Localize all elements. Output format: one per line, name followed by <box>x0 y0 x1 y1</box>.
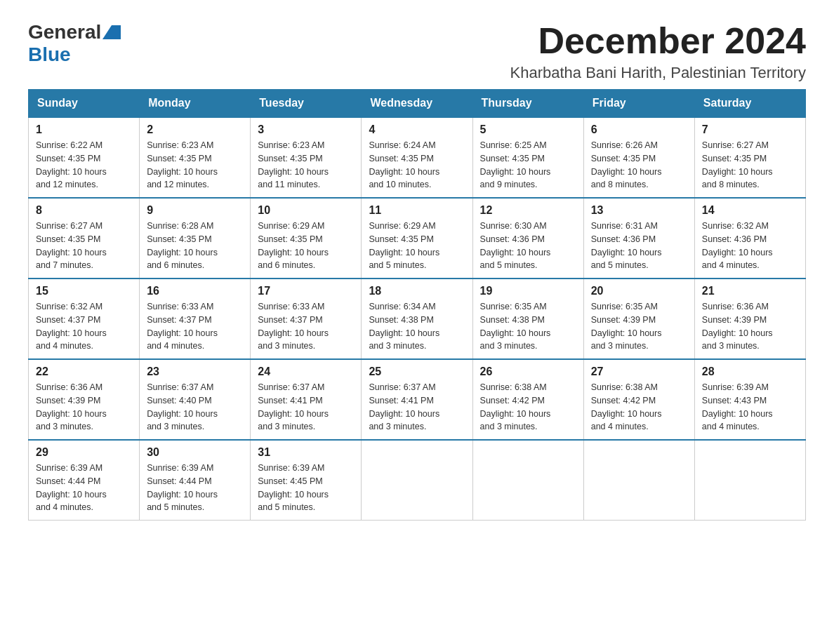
day-number: 11 <box>369 204 465 217</box>
day-number: 17 <box>258 285 354 297</box>
day-number: 24 <box>258 365 354 378</box>
calendar-cell: 20 Sunrise: 6:35 AM Sunset: 4:39 PM Dayl… <box>583 279 694 359</box>
day-info: Sunrise: 6:35 AM Sunset: 4:39 PM Dayligh… <box>591 300 687 353</box>
day-info: Sunrise: 6:29 AM Sunset: 4:35 PM Dayligh… <box>369 220 465 272</box>
day-number: 27 <box>591 365 687 378</box>
day-info: Sunrise: 6:39 AM Sunset: 4:43 PM Dayligh… <box>702 381 798 434</box>
weekday-header-saturday: Saturday <box>694 90 805 118</box>
day-number: 12 <box>480 204 576 217</box>
day-number: 20 <box>591 285 687 297</box>
day-number: 4 <box>369 123 465 136</box>
day-number: 10 <box>258 204 354 217</box>
calendar-cell: 28 Sunrise: 6:39 AM Sunset: 4:43 PM Dayl… <box>694 359 805 440</box>
day-info: Sunrise: 6:22 AM Sunset: 4:35 PM Dayligh… <box>36 139 132 192</box>
calendar-cell: 5 Sunrise: 6:25 AM Sunset: 4:35 PM Dayli… <box>472 117 583 198</box>
calendar-cell: 18 Sunrise: 6:34 AM Sunset: 4:38 PM Dayl… <box>362 279 472 359</box>
day-info: Sunrise: 6:38 AM Sunset: 4:42 PM Dayligh… <box>480 381 576 434</box>
day-info: Sunrise: 6:23 AM Sunset: 4:35 PM Dayligh… <box>258 139 354 192</box>
weekday-header-monday: Monday <box>140 90 251 118</box>
day-info: Sunrise: 6:37 AM Sunset: 4:41 PM Dayligh… <box>258 381 354 434</box>
calendar-table: SundayMondayTuesdayWednesdayThursdayFrid… <box>28 89 806 521</box>
calendar-cell: 22 Sunrise: 6:36 AM Sunset: 4:39 PM Dayl… <box>29 359 140 440</box>
month-title: December 2024 <box>510 21 806 61</box>
day-number: 21 <box>702 285 798 297</box>
calendar-cell: 13 Sunrise: 6:31 AM Sunset: 4:36 PM Dayl… <box>583 198 694 279</box>
day-info: Sunrise: 6:37 AM Sunset: 4:41 PM Dayligh… <box>369 381 465 434</box>
day-number: 22 <box>36 365 132 378</box>
day-info: Sunrise: 6:23 AM Sunset: 4:35 PM Dayligh… <box>147 139 243 192</box>
day-info: Sunrise: 6:39 AM Sunset: 4:45 PM Dayligh… <box>258 462 354 514</box>
title-block: December 2024 Kharbatha Bani Harith, Pal… <box>510 21 806 82</box>
calendar-cell: 6 Sunrise: 6:26 AM Sunset: 4:35 PM Dayli… <box>583 117 694 198</box>
day-number: 1 <box>36 123 132 136</box>
day-number: 8 <box>36 204 132 217</box>
location-title: Kharbatha Bani Harith, Palestinian Terri… <box>510 64 806 82</box>
day-info: Sunrise: 6:30 AM Sunset: 4:36 PM Dayligh… <box>480 220 576 272</box>
day-info: Sunrise: 6:36 AM Sunset: 4:39 PM Dayligh… <box>36 381 132 434</box>
day-info: Sunrise: 6:39 AM Sunset: 4:44 PM Dayligh… <box>36 462 132 514</box>
calendar-cell: 16 Sunrise: 6:33 AM Sunset: 4:37 PM Dayl… <box>140 279 251 359</box>
calendar-body: 1 Sunrise: 6:22 AM Sunset: 4:35 PM Dayli… <box>29 117 806 521</box>
day-number: 5 <box>480 123 576 136</box>
calendar-cell: 1 Sunrise: 6:22 AM Sunset: 4:35 PM Dayli… <box>29 117 140 198</box>
calendar-cell: 10 Sunrise: 6:29 AM Sunset: 4:35 PM Dayl… <box>251 198 362 279</box>
calendar-cell: 4 Sunrise: 6:24 AM Sunset: 4:35 PM Dayli… <box>362 117 472 198</box>
day-info: Sunrise: 6:29 AM Sunset: 4:35 PM Dayligh… <box>258 220 354 272</box>
calendar-cell <box>362 440 472 521</box>
day-info: Sunrise: 6:25 AM Sunset: 4:35 PM Dayligh… <box>480 139 576 192</box>
weekday-header-friday: Friday <box>583 90 694 118</box>
calendar-cell: 19 Sunrise: 6:35 AM Sunset: 4:38 PM Dayl… <box>472 279 583 359</box>
calendar-week-5: 29 Sunrise: 6:39 AM Sunset: 4:44 PM Dayl… <box>29 440 806 521</box>
day-number: 25 <box>369 365 465 378</box>
calendar-week-2: 8 Sunrise: 6:27 AM Sunset: 4:35 PM Dayli… <box>29 198 806 279</box>
calendar-cell: 3 Sunrise: 6:23 AM Sunset: 4:35 PM Dayli… <box>251 117 362 198</box>
calendar-cell: 12 Sunrise: 6:30 AM Sunset: 4:36 PM Dayl… <box>472 198 583 279</box>
calendar-cell <box>583 440 694 521</box>
day-number: 23 <box>147 365 243 378</box>
day-number: 2 <box>147 123 243 136</box>
day-number: 7 <box>702 123 798 136</box>
day-number: 16 <box>147 285 243 297</box>
day-number: 14 <box>702 204 798 217</box>
calendar-cell: 31 Sunrise: 6:39 AM Sunset: 4:45 PM Dayl… <box>251 440 362 521</box>
day-info: Sunrise: 6:34 AM Sunset: 4:38 PM Dayligh… <box>369 300 465 353</box>
day-number: 3 <box>258 123 354 136</box>
calendar-cell: 7 Sunrise: 6:27 AM Sunset: 4:35 PM Dayli… <box>694 117 805 198</box>
day-number: 30 <box>147 446 243 459</box>
day-number: 18 <box>369 285 465 297</box>
day-info: Sunrise: 6:31 AM Sunset: 4:36 PM Dayligh… <box>591 220 687 272</box>
weekday-header-wednesday: Wednesday <box>362 90 472 118</box>
day-number: 31 <box>258 446 354 459</box>
day-info: Sunrise: 6:38 AM Sunset: 4:42 PM Dayligh… <box>591 381 687 434</box>
day-info: Sunrise: 6:33 AM Sunset: 4:37 PM Dayligh… <box>147 300 243 353</box>
day-number: 6 <box>591 123 687 136</box>
day-info: Sunrise: 6:32 AM Sunset: 4:37 PM Dayligh… <box>36 300 132 353</box>
day-number: 9 <box>147 204 243 217</box>
day-number: 13 <box>591 204 687 217</box>
day-number: 28 <box>702 365 798 378</box>
page-header: General Blue December 2024 Kharbatha Ban… <box>28 21 806 82</box>
weekday-header-tuesday: Tuesday <box>251 90 362 118</box>
day-info: Sunrise: 6:28 AM Sunset: 4:35 PM Dayligh… <box>147 220 243 272</box>
calendar-cell: 9 Sunrise: 6:28 AM Sunset: 4:35 PM Dayli… <box>140 198 251 279</box>
day-info: Sunrise: 6:33 AM Sunset: 4:37 PM Dayligh… <box>258 300 354 353</box>
day-info: Sunrise: 6:32 AM Sunset: 4:36 PM Dayligh… <box>702 220 798 272</box>
logo-general-text: General <box>28 21 101 43</box>
day-info: Sunrise: 6:35 AM Sunset: 4:38 PM Dayligh… <box>480 300 576 353</box>
calendar-cell: 30 Sunrise: 6:39 AM Sunset: 4:44 PM Dayl… <box>140 440 251 521</box>
calendar-cell: 11 Sunrise: 6:29 AM Sunset: 4:35 PM Dayl… <box>362 198 472 279</box>
day-info: Sunrise: 6:24 AM Sunset: 4:35 PM Dayligh… <box>369 139 465 192</box>
calendar-cell <box>694 440 805 521</box>
calendar-cell: 21 Sunrise: 6:36 AM Sunset: 4:39 PM Dayl… <box>694 279 805 359</box>
logo: General Blue <box>28 21 121 66</box>
day-info: Sunrise: 6:26 AM Sunset: 4:35 PM Dayligh… <box>591 139 687 192</box>
logo-triangle-icon <box>102 25 121 39</box>
weekday-header-sunday: Sunday <box>29 90 140 118</box>
calendar-week-4: 22 Sunrise: 6:36 AM Sunset: 4:39 PM Dayl… <box>29 359 806 440</box>
calendar-cell: 25 Sunrise: 6:37 AM Sunset: 4:41 PM Dayl… <box>362 359 472 440</box>
day-info: Sunrise: 6:39 AM Sunset: 4:44 PM Dayligh… <box>147 462 243 514</box>
calendar-cell: 14 Sunrise: 6:32 AM Sunset: 4:36 PM Dayl… <box>694 198 805 279</box>
day-number: 19 <box>480 285 576 297</box>
weekday-header-thursday: Thursday <box>472 90 583 118</box>
day-number: 29 <box>36 446 132 459</box>
